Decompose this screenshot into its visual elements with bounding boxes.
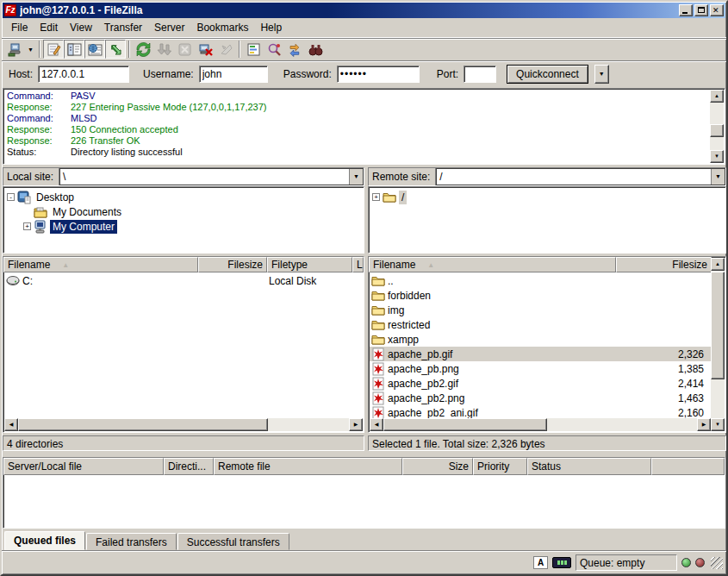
remote-file-row[interactable]: apache_pb2.png 1,463	[370, 391, 711, 405]
local-horizontal-scrollbar[interactable]: ◀ ▶	[4, 418, 363, 431]
toggle-transfer-queue-button[interactable]	[105, 40, 126, 59]
tree-item-desktop[interactable]: - Desktop	[7, 190, 364, 204]
tree-item-my-computer[interactable]: + My Computer	[7, 219, 364, 234]
remote-file-row[interactable]: forbidden	[370, 288, 711, 303]
filter-icon	[246, 42, 261, 57]
scroll-thumb[interactable]	[18, 418, 268, 431]
column-header-remote-file[interactable]: Remote file	[214, 458, 402, 475]
column-header-size[interactable]: Size	[402, 458, 473, 475]
username-input[interactable]	[199, 66, 268, 83]
scroll-down-button[interactable]: ▼	[711, 418, 725, 431]
site-manager-dropdown-button[interactable]: ▼	[25, 40, 36, 59]
remote-file-row-selected[interactable]: apache_pb.gif 2,326	[370, 347, 711, 361]
expand-icon[interactable]: +	[372, 193, 380, 201]
host-input[interactable]	[38, 66, 129, 83]
menu-edit[interactable]: Edit	[34, 19, 64, 36]
local-file-row[interactable]: C: Local Disk	[4, 273, 363, 288]
log-vertical-scrollbar[interactable]: ▲ ▼	[710, 90, 724, 164]
remote-horizontal-scrollbar[interactable]: ◀ ▶	[370, 418, 711, 431]
remote-vertical-scrollbar[interactable]: ▲ ▼	[711, 258, 725, 431]
tab-failed-transfers[interactable]: Failed transfers	[86, 533, 177, 550]
column-header-filename[interactable]: Filename▲	[369, 257, 616, 272]
local-site-pane: Local site: \ ▼ - Desktop My Documents	[3, 167, 364, 254]
chevron-down-icon[interactable]: ▼	[349, 169, 363, 185]
toggle-local-tree-button[interactable]	[64, 40, 84, 59]
toggle-remote-tree-button[interactable]	[84, 40, 105, 59]
compare-directories-button[interactable]	[264, 40, 284, 59]
remote-file-row[interactable]: apache_pb.png 1,385	[370, 361, 711, 376]
maximize-button[interactable]	[694, 4, 708, 16]
remote-file-row[interactable]: img	[370, 303, 711, 317]
column-header-direction[interactable]: Directi...	[164, 458, 214, 475]
close-button[interactable]: ✕	[710, 4, 724, 16]
scroll-left-button[interactable]: ◀	[370, 418, 383, 431]
collapse-icon[interactable]: -	[7, 193, 15, 201]
tree-item-my-documents[interactable]: My Documents	[7, 204, 364, 219]
scroll-right-button[interactable]: ▶	[697, 418, 711, 431]
tab-queued-files[interactable]: Queued files	[4, 531, 85, 550]
menu-server[interactable]: Server	[148, 19, 190, 36]
column-header-priority[interactable]: Priority	[473, 458, 527, 475]
resize-grip[interactable]	[711, 557, 723, 569]
expand-icon[interactable]: +	[23, 222, 31, 230]
menu-bookmarks[interactable]: Bookmarks	[190, 19, 254, 36]
scroll-thumb[interactable]	[383, 418, 547, 431]
refresh-button[interactable]	[133, 40, 153, 59]
local-site-combobox[interactable]: \ ▼	[59, 168, 364, 185]
menu-help[interactable]: Help	[254, 19, 288, 36]
folder-icon	[371, 274, 385, 288]
log-line: Command:MLSD	[5, 113, 709, 124]
scroll-thumb[interactable]	[710, 124, 724, 137]
toggle-message-log-button[interactable]	[43, 40, 64, 59]
menu-transfer[interactable]: Transfer	[98, 19, 148, 36]
remote-file-row[interactable]: xampp	[370, 332, 711, 347]
sort-asc-icon: ▲	[427, 261, 434, 269]
queue-tabs: Queued files Failed transfers Successful…	[2, 529, 726, 550]
directory-listing-filters-button[interactable]	[243, 40, 264, 59]
title-bar[interactable]: Fz john@127.0.0.1 - FileZilla ✕	[3, 3, 725, 18]
find-files-button[interactable]	[305, 40, 326, 59]
menu-view[interactable]: View	[64, 19, 98, 36]
scroll-up-button[interactable]: ▲	[710, 90, 724, 103]
toolbar-separator	[39, 41, 40, 58]
remote-file-row[interactable]: ..	[370, 273, 711, 288]
menu-file[interactable]: File	[5, 19, 34, 36]
cancel-operation-button[interactable]	[174, 40, 195, 59]
tab-successful-transfers[interactable]: Successful transfers	[177, 533, 289, 550]
transfer-queue-icon	[109, 42, 123, 57]
password-input[interactable]	[337, 66, 420, 83]
quickconnect-dropdown-button[interactable]: ▼	[594, 65, 609, 84]
column-header-filetype[interactable]: Filetype	[267, 257, 352, 272]
minimize-button[interactable]	[679, 4, 693, 16]
column-header-filename[interactable]: Filename▲	[3, 257, 198, 272]
synchronized-browsing-button[interactable]	[284, 40, 305, 59]
quickconnect-button[interactable]: Quickconnect	[507, 65, 588, 84]
scroll-left-button[interactable]: ◀	[4, 418, 18, 431]
column-header-filesize[interactable]: Filesize	[616, 257, 712, 272]
local-directory-tree: - Desktop My Documents + My Computer	[3, 186, 364, 254]
port-input[interactable]	[464, 66, 496, 83]
chevron-down-icon[interactable]: ▼	[711, 169, 725, 185]
local-site-label: Local site:	[3, 168, 59, 185]
remote-file-row[interactable]: apache_pb2_ani.gif 2,160	[370, 405, 711, 418]
reconnect-button[interactable]	[215, 40, 236, 59]
tree-item-root[interactable]: + /	[372, 190, 725, 204]
disconnect-icon	[198, 42, 213, 57]
scroll-up-button[interactable]: ▲	[711, 258, 725, 271]
scroll-thumb[interactable]	[711, 272, 725, 379]
column-header-filesize[interactable]: Filesize	[198, 257, 267, 272]
message-log: Command:PASV Response:227 Entering Passi…	[3, 88, 725, 166]
remote-file-row[interactable]: apache_pb2.gif 2,414	[370, 376, 711, 391]
site-manager-button[interactable]	[4, 40, 25, 59]
column-header-status[interactable]: Status	[527, 458, 651, 475]
speed-limits-icon[interactable]	[552, 557, 571, 568]
scroll-down-button[interactable]: ▼	[710, 150, 724, 163]
remote-file-row[interactable]: restricted	[370, 317, 711, 332]
remote-site-combobox[interactable]: / ▼	[436, 168, 725, 185]
column-header-truncated[interactable]: L	[352, 257, 364, 272]
disconnect-button[interactable]	[195, 40, 215, 59]
process-queue-button[interactable]	[153, 40, 174, 59]
column-header-filler	[651, 458, 725, 475]
scroll-right-button[interactable]: ▶	[349, 418, 363, 431]
column-header-server-local-file[interactable]: Server/Local file	[3, 458, 164, 475]
